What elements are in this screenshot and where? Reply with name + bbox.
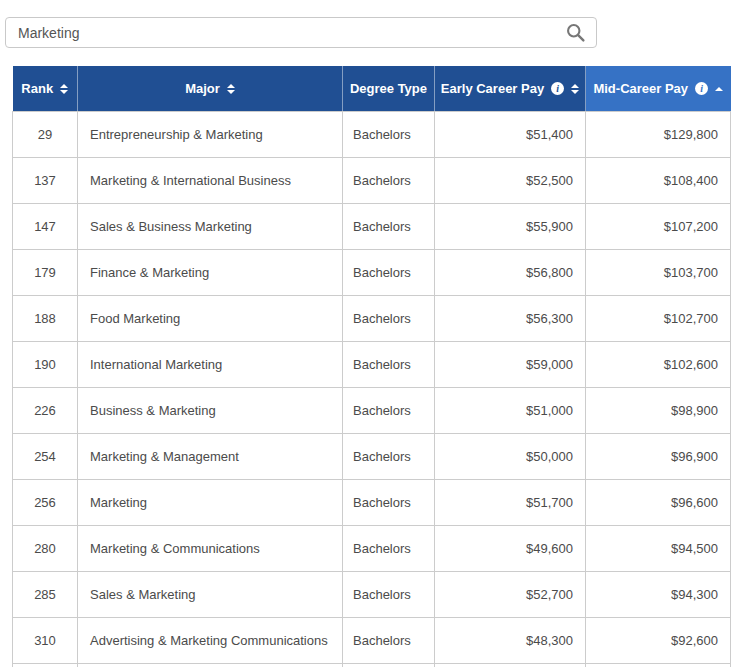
cell-early-career-pay: $51,000: [435, 388, 586, 434]
cell-early-career-pay: $55,900: [435, 204, 586, 250]
cell-rank: 254: [13, 434, 78, 480]
cell-mid-career-pay: $129,800: [586, 112, 731, 158]
cell-rank: 137: [13, 158, 78, 204]
table-row: 280 Marketing & Communications Bachelors…: [13, 526, 731, 572]
cell-major: Food Marketing: [78, 296, 343, 342]
sort-both-icon: [571, 84, 579, 94]
cell-early-career-pay: $51,400: [435, 112, 586, 158]
column-label-rank: Rank: [21, 81, 53, 96]
cell-early-career-pay: $51,700: [435, 480, 586, 526]
cell-mid-career-pay: $96,900: [586, 434, 731, 480]
cell-rank: 226: [13, 388, 78, 434]
page: Rank Major Degree Type: [0, 17, 742, 667]
cell-early-career-pay: $49,600: [435, 526, 586, 572]
column-header-mid-career-pay[interactable]: Mid-Career Pay i: [586, 66, 731, 112]
cell-major: International Marketing: [78, 342, 343, 388]
search-bar: [5, 17, 597, 48]
cell-major: Marketing: [78, 480, 343, 526]
cell-early-career-pay: $59,000: [435, 342, 586, 388]
cell-mid-career-pay: $102,700: [586, 296, 731, 342]
cell-early-career-pay: $56,800: [435, 250, 586, 296]
column-label-early-career-pay: Early Career Pay: [441, 81, 544, 96]
cell-mid-career-pay: $96,600: [586, 480, 731, 526]
table-row: 285 Sales & Marketing Bachelors $52,700 …: [13, 572, 731, 618]
column-label-major: Major: [185, 81, 220, 96]
cell-early-career-pay: $48,300: [435, 618, 586, 664]
column-header-rank[interactable]: Rank: [13, 66, 78, 112]
majors-table: Rank Major Degree Type: [12, 66, 731, 667]
cell-mid-career-pay: $108,400: [586, 158, 731, 204]
table-row: 147 Sales & Business Marketing Bachelors…: [13, 204, 731, 250]
column-header-degree-type: Degree Type: [343, 66, 435, 112]
cell-rank: 280: [13, 526, 78, 572]
column-header-major[interactable]: Major: [78, 66, 343, 112]
cell-major: Business & Marketing: [78, 388, 343, 434]
info-icon[interactable]: i: [695, 82, 708, 95]
cell-major: Entrepreneurship & Marketing: [78, 112, 343, 158]
cell-degree-type: Bachelors: [343, 296, 435, 342]
cell-degree-type: Bachelors: [343, 158, 435, 204]
table-header-row: Rank Major Degree Type: [13, 66, 731, 112]
cell-degree-type: Bachelors: [343, 250, 435, 296]
cell-major: Marketing & Communications: [78, 526, 343, 572]
column-header-early-career-pay[interactable]: Early Career Pay i: [435, 66, 586, 112]
cell-mid-career-pay: $92,600: [586, 618, 731, 664]
cell-major: Marketing & International Business: [78, 158, 343, 204]
table-row: 310 Advertising & Marketing Communicatio…: [13, 618, 731, 664]
cell-mid-career-pay: $94,500: [586, 526, 731, 572]
cell-rank: 310: [13, 618, 78, 664]
cell-degree-type: Bachelors: [343, 434, 435, 480]
cell-degree-type: Bachelors: [343, 572, 435, 618]
cell-degree-type: Bachelors: [343, 204, 435, 250]
info-icon[interactable]: i: [551, 82, 564, 95]
cell-early-career-pay: $52,500: [435, 158, 586, 204]
cell-major: Sales & Marketing: [78, 572, 343, 618]
cell-degree-type: Bachelors: [343, 526, 435, 572]
partial-row: [13, 664, 731, 667]
cell-rank: 256: [13, 480, 78, 526]
table-row: 256 Marketing Bachelors $51,700 $96,600: [13, 480, 731, 526]
cell-degree-type: Bachelors: [343, 342, 435, 388]
sort-both-icon: [227, 84, 235, 94]
cell-early-career-pay: $56,300: [435, 296, 586, 342]
cell-mid-career-pay: $98,900: [586, 388, 731, 434]
cell-mid-career-pay: $103,700: [586, 250, 731, 296]
table-row: 226 Business & Marketing Bachelors $51,0…: [13, 388, 731, 434]
cell-degree-type: Bachelors: [343, 112, 435, 158]
column-label-mid-career-pay: Mid-Career Pay: [593, 81, 688, 96]
search-input[interactable]: [5, 17, 597, 48]
cell-mid-career-pay: $107,200: [586, 204, 731, 250]
cell-degree-type: Bachelors: [343, 480, 435, 526]
cell-rank: 285: [13, 572, 78, 618]
table-row: 190 International Marketing Bachelors $5…: [13, 342, 731, 388]
search-icon[interactable]: [565, 22, 586, 43]
sort-asc-icon: [715, 87, 723, 91]
cell-rank: 147: [13, 204, 78, 250]
cell-mid-career-pay: $94,300: [586, 572, 731, 618]
cell-rank: 188: [13, 296, 78, 342]
table-row: 179 Finance & Marketing Bachelors $56,80…: [13, 250, 731, 296]
column-label-degree-type: Degree Type: [350, 81, 427, 96]
table-row: 29 Entrepreneurship & Marketing Bachelor…: [13, 112, 731, 158]
cell-major: Finance & Marketing: [78, 250, 343, 296]
cell-rank: 190: [13, 342, 78, 388]
cell-rank: 29: [13, 112, 78, 158]
cell-major: Advertising & Marketing Communications: [78, 618, 343, 664]
cell-degree-type: Bachelors: [343, 618, 435, 664]
cell-major: Sales & Business Marketing: [78, 204, 343, 250]
table-row: 254 Marketing & Management Bachelors $50…: [13, 434, 731, 480]
cell-degree-type: Bachelors: [343, 388, 435, 434]
sort-both-icon: [60, 84, 68, 94]
table-row: 137 Marketing & International Business B…: [13, 158, 731, 204]
cell-early-career-pay: $50,000: [435, 434, 586, 480]
cell-early-career-pay: $52,700: [435, 572, 586, 618]
table-body: 29 Entrepreneurship & Marketing Bachelor…: [13, 112, 731, 667]
table-row: 188 Food Marketing Bachelors $56,300 $10…: [13, 296, 731, 342]
cell-major: Marketing & Management: [78, 434, 343, 480]
cell-mid-career-pay: $102,600: [586, 342, 731, 388]
cell-rank: 179: [13, 250, 78, 296]
